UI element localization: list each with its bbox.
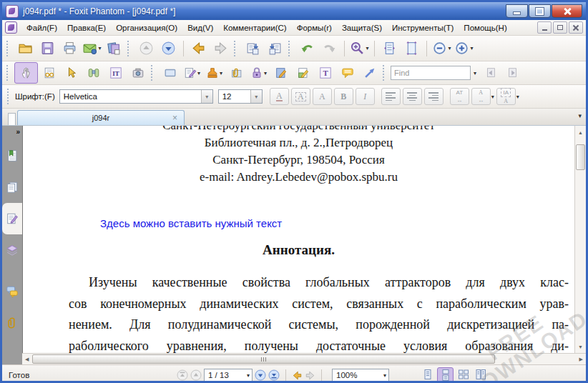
vertical-scroll-thumb[interactable]: [576, 144, 585, 170]
toolbar-grip[interactable]: [7, 89, 11, 104]
line-spacing-button[interactable]: IA A: [496, 88, 516, 105]
annotations-panel-button[interactable]: [2, 203, 22, 234]
edit-object-button[interactable]: [292, 63, 314, 83]
note-tool-button[interactable]: ▾: [181, 63, 203, 83]
scroll-right-icon[interactable]: ▶: [579, 357, 583, 362]
horizontal-scrollbar[interactable]: ◀ ▶: [22, 353, 586, 364]
stamp-tool-button[interactable]: ▾: [203, 63, 225, 83]
note-tool-dropdown-icon[interactable]: ▾: [197, 70, 200, 76]
previous-page-status-button[interactable]: [190, 369, 202, 381]
zoom-out-button[interactable]: ▾: [431, 39, 453, 59]
minimize-button[interactable]: [506, 4, 528, 18]
align-center-button[interactable]: [403, 88, 422, 105]
edit-text-button[interactable]: [270, 63, 292, 83]
font-family-dropdown-icon[interactable]: ▾: [201, 90, 212, 103]
mdi-minimize-button[interactable]: [537, 21, 552, 34]
font-family-select[interactable]: Helvetica ▾: [59, 89, 213, 104]
next-view-button[interactable]: [210, 39, 232, 59]
continuous-facing-view-button[interactable]: [473, 367, 488, 382]
convert-button[interactable]: [103, 39, 125, 59]
security-tool-button[interactable]: ▾: [248, 63, 270, 83]
outline-text-button[interactable]: A: [291, 88, 310, 105]
next-page-status-button[interactable]: [255, 369, 266, 381]
expand-panel-icon[interactable]: »: [16, 128, 19, 136]
menu-tools[interactable]: Инструменты(T): [387, 23, 459, 33]
align-right-button[interactable]: [424, 88, 444, 105]
line-spacing-dropdown-icon[interactable]: ▾: [516, 94, 519, 100]
next-page-button[interactable]: [157, 39, 180, 59]
stamp-dropdown-icon[interactable]: ▾: [220, 70, 222, 76]
insert-pages-button[interactable]: [242, 39, 264, 59]
open-button[interactable]: [14, 39, 36, 59]
read-mode-button[interactable]: [38, 63, 60, 83]
zoom-level-select[interactable]: 100% ▾: [332, 369, 389, 382]
fit-width-button[interactable]: [378, 39, 401, 59]
search-button[interactable]: [82, 63, 104, 83]
fill-text-button[interactable]: A: [313, 88, 332, 105]
char-scale-button[interactable]: A ↔: [471, 88, 491, 105]
continuous-view-button[interactable]: [437, 367, 454, 383]
zoom-tool-dropdown-icon[interactable]: ▾: [366, 45, 368, 51]
security-dropdown-icon[interactable]: ▾: [264, 70, 267, 76]
toolbar-grip[interactable]: [127, 41, 132, 56]
mdi-restore-button[interactable]: [553, 21, 567, 34]
toolbar-grip[interactable]: [6, 65, 11, 81]
select-text-button[interactable]: IT: [104, 63, 127, 83]
pdf-page[interactable]: Санкт-Петербургский государственный унив…: [22, 126, 574, 353]
comment-tool-button[interactable]: [336, 63, 358, 83]
facing-view-button[interactable]: [456, 367, 471, 382]
tab-close-icon[interactable]: ×: [172, 114, 177, 121]
print-button[interactable]: [59, 39, 81, 59]
toolbar-grip[interactable]: [234, 41, 238, 56]
tab-list-dropdown-icon[interactable]: ▾: [578, 112, 582, 119]
horizontal-scroll-thumb[interactable]: [32, 354, 495, 364]
find-dropdown-icon[interactable]: ▾: [474, 70, 476, 76]
close-button[interactable]: [552, 4, 582, 18]
link-tool-button[interactable]: [159, 63, 181, 83]
zoom-in-button[interactable]: ▾: [453, 39, 475, 59]
redo-button[interactable]: [318, 39, 340, 59]
bold-button[interactable]: B: [334, 88, 353, 105]
font-size-dropdown-icon[interactable]: ▾: [250, 90, 262, 103]
vertical-scrollbar[interactable]: ▲ ▼: [574, 126, 586, 353]
attach-file-button[interactable]: [225, 63, 248, 83]
zoom-out-dropdown-icon[interactable]: ▾: [448, 45, 451, 51]
email-button[interactable]: ▾: [81, 39, 103, 59]
last-page-button[interactable]: [268, 369, 280, 381]
toolbar-grip[interactable]: [151, 65, 155, 81]
scroll-left-icon[interactable]: ◀: [25, 357, 29, 362]
toolbar-grip[interactable]: [383, 65, 387, 81]
menu-file[interactable]: Файл(F): [21, 23, 62, 33]
hand-tool-button[interactable]: [14, 62, 38, 84]
zoom-tool-button[interactable]: ▾: [348, 39, 371, 59]
select-annotation-button[interactable]: [60, 63, 82, 83]
menu-view[interactable]: Вид(V): [182, 23, 218, 33]
menu-forms[interactable]: Формы(r): [292, 23, 337, 33]
find-input[interactable]: [391, 66, 471, 80]
comments-panel-button[interactable]: [2, 276, 22, 307]
bookmarks-panel-button[interactable]: [2, 140, 22, 171]
page-dropdown-icon[interactable]: ▾: [247, 372, 250, 379]
toolbar-grip[interactable]: [6, 41, 11, 56]
menu-security[interactable]: Защита(S): [337, 23, 387, 33]
menu-edit[interactable]: Правка(E): [62, 23, 111, 33]
previous-view-status-button[interactable]: [292, 370, 303, 381]
inserted-text-annotation[interactable]: Здесь можно вставить нужный текст: [100, 217, 574, 229]
snapshot-button[interactable]: [127, 63, 149, 83]
first-page-button[interactable]: [177, 369, 188, 381]
restore-button[interactable]: [529, 4, 551, 18]
menu-comments[interactable]: Комментарии(C): [218, 23, 291, 33]
single-page-view-button[interactable]: [420, 367, 435, 382]
find-previous-button[interactable]: [479, 63, 501, 83]
font-size-select[interactable]: 12 ▾: [218, 89, 263, 104]
char-scale-dropdown-icon[interactable]: ▾: [491, 94, 494, 100]
attachments-panel-button[interactable]: [2, 307, 22, 339]
char-spacing-button[interactable]: AT ↔: [450, 88, 469, 105]
undo-button[interactable]: [296, 39, 318, 59]
previous-page-button[interactable]: [135, 39, 157, 59]
scroll-up-icon[interactable]: ▲: [578, 130, 583, 135]
layers-panel-button[interactable]: [2, 234, 22, 266]
italic-button[interactable]: I: [356, 88, 375, 105]
page-number-select[interactable]: 1 / 13 ▾: [204, 369, 253, 382]
pages-panel-button[interactable]: [2, 171, 22, 203]
